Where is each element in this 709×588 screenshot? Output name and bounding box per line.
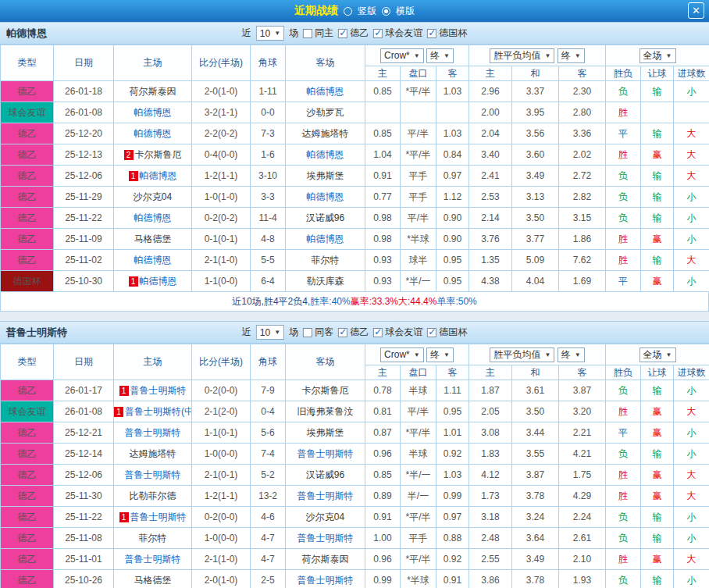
result-wdl: 胜 [606, 229, 641, 250]
mean-odds-draw: 3.55 [512, 444, 559, 465]
away-team-name[interactable]: 卡尔斯鲁厄 [302, 385, 349, 396]
away-team-name[interactable]: 沙勒罗瓦 [307, 107, 344, 118]
home-team-name[interactable]: 帕德博恩 [134, 128, 172, 139]
home-team-name[interactable]: 马格德堡 [134, 575, 172, 586]
away-team-name[interactable]: 荷尔斯泰因 [302, 554, 349, 565]
odds-company-select[interactable]: Crow*▼ [380, 48, 424, 63]
corner-count: 0-0 [251, 102, 286, 123]
away-team-name[interactable]: 沙尔克04 [306, 511, 344, 522]
league-checkbox-friendly[interactable]: 球会友谊 [373, 27, 422, 40]
scope-select[interactable]: 全场▼ [640, 48, 676, 63]
checkbox-label: 德乙 [350, 27, 369, 40]
away-team-name[interactable]: 埃弗斯堡 [307, 170, 344, 181]
league-checkbox-cup[interactable]: 德国杯 [427, 326, 467, 339]
away-team-cell: 旧海弗莱鲁汶 [286, 401, 365, 422]
mean-odds-select[interactable]: 胜平负均值▼ [490, 48, 554, 63]
home-team-name[interactable]: 普鲁士明斯特 [125, 469, 181, 480]
home-team-name[interactable]: 帕德博恩 [134, 107, 172, 118]
away-team-cell: 埃弗斯堡 [286, 166, 365, 187]
league-checkbox-de2[interactable]: 德乙 [338, 326, 369, 339]
league-type-badge: 德乙 [1, 444, 54, 465]
away-team-name[interactable]: 帕德博恩 [307, 86, 344, 97]
handicap-odds-away: 0.92 [436, 549, 469, 570]
away-team-cell: 达姆施塔特 [286, 123, 365, 144]
horizontal-layout-radio[interactable] [382, 7, 390, 16]
league-checkbox-cup[interactable]: 德国杯 [427, 27, 467, 40]
home-team-name[interactable]: 普鲁士明斯特(中) [125, 406, 192, 417]
home-team-cell: 帕德博恩 [114, 102, 192, 123]
away-team-name[interactable]: 埃弗斯堡 [307, 427, 344, 438]
home-team-name[interactable]: 比勒菲尔德 [130, 490, 176, 501]
match-date: 26-01-17 [54, 380, 114, 401]
vertical-layout-radio[interactable] [344, 7, 352, 16]
mean-odds-select[interactable]: 胜平负均值▼ [490, 347, 554, 362]
away-team-name[interactable]: 普鲁士明斯特 [297, 490, 354, 501]
mean-odds-away: 1.69 [559, 271, 606, 292]
match-score: 0-2(0-2) [192, 208, 251, 229]
home-team-name[interactable]: 帕德博恩 [140, 170, 177, 181]
select-value: Crow* [384, 349, 410, 360]
horizontal-layout-label[interactable]: 横版 [396, 5, 415, 18]
summary-stat: 胜率:40% [310, 295, 350, 308]
away-team-name[interactable]: 普鲁士明斯特 [297, 575, 354, 586]
away-team-name[interactable]: 帕德博恩 [307, 191, 344, 202]
home-team-name[interactable]: 帕德博恩 [140, 276, 177, 287]
league-checkbox-friendly[interactable]: 球会友谊 [373, 326, 422, 339]
home-team-name[interactable]: 普鲁士明斯特 [130, 385, 187, 396]
match-date: 25-11-22 [54, 208, 114, 229]
home-team-name[interactable]: 沙尔克04 [134, 191, 172, 202]
home-team-name[interactable]: 帕德博恩 [134, 255, 172, 265]
home-team-name[interactable]: 菲尔特 [139, 533, 167, 543]
home-team-name[interactable]: 普鲁士明斯特 [125, 427, 181, 438]
result-wdl: 负 [606, 166, 641, 187]
match-date: 26-01-08 [54, 401, 114, 422]
away-team-name[interactable]: 普鲁士明斯特 [297, 448, 354, 459]
mean-time-select[interactable]: 终▼ [558, 48, 585, 63]
home-team-name[interactable]: 马格德堡 [134, 233, 172, 244]
mean-odds-draw: 3.95 [512, 102, 559, 123]
match-score: 1-1(0-1) [192, 422, 251, 444]
corner-count: 7-4 [251, 444, 286, 465]
away-team-name[interactable]: 汉诺威96 [306, 212, 344, 223]
handicap-line: 平手 [401, 187, 436, 208]
away-team-name[interactable]: 普鲁士明斯特 [297, 533, 354, 543]
home-team-name[interactable]: 普鲁士明斯特 [125, 554, 181, 565]
away-team-name[interactable]: 勒沃库森 [307, 276, 344, 287]
away-team-name[interactable]: 汉诺威96 [306, 469, 344, 480]
away-team-name[interactable]: 帕德博恩 [307, 233, 344, 244]
vertical-layout-label[interactable]: 竖版 [358, 5, 376, 18]
home-team-cell: 荷尔斯泰因 [114, 81, 192, 102]
away-team-name[interactable]: 帕德博恩 [307, 149, 344, 160]
same-venue-checkbox[interactable]: 同主 [303, 27, 333, 40]
mean-odds-draw: 3.13 [512, 187, 559, 208]
col-goals: 进球数 [674, 66, 709, 81]
odds-time-select[interactable]: 终▼ [426, 347, 454, 362]
scope-select[interactable]: 全场▼ [640, 347, 676, 362]
mean-time-select[interactable]: 终▼ [558, 347, 585, 362]
home-team-name[interactable]: 达姆施塔特 [130, 448, 176, 459]
home-team-name[interactable]: 荷尔斯泰因 [130, 86, 176, 97]
away-team-name[interactable]: 旧海弗莱鲁汶 [297, 406, 354, 417]
match-row: 德乙25-11-02帕德博恩2-1(1-0)5-5菲尔特0.93球半0.951.… [1, 250, 709, 271]
corner-count: 3-3 [251, 187, 286, 208]
away-team-name[interactable]: 菲尔特 [312, 255, 340, 265]
col-result: 胜负 [606, 365, 641, 380]
mean-odds-away: 1.93 [559, 570, 606, 588]
odds-time-select[interactable]: 终▼ [426, 48, 454, 63]
match-count-select[interactable]: 10▼ [256, 325, 284, 340]
close-icon[interactable]: ✕ [688, 2, 704, 19]
home-team-name[interactable]: 帕德博恩 [134, 212, 172, 223]
league-type-badge: 德乙 [1, 486, 54, 507]
handicap-line: 半/一 [401, 486, 436, 507]
match-count-select[interactable]: 10▼ [256, 26, 284, 41]
away-team-name[interactable]: 达姆施塔特 [302, 128, 349, 139]
same-venue-checkbox[interactable]: 同客 [303, 326, 333, 339]
checkbox-icon [303, 328, 312, 337]
home-team-name[interactable]: 普鲁士明斯特 [130, 511, 187, 522]
corner-count: 5-6 [251, 422, 286, 444]
odds-company-select[interactable]: Crow*▼ [380, 347, 424, 362]
home-team-name[interactable]: 卡尔斯鲁厄 [135, 149, 182, 160]
league-checkbox-de2[interactable]: 德乙 [338, 27, 369, 40]
select-value: 胜平负均值 [493, 348, 540, 362]
chevron-down-icon: ▼ [274, 329, 280, 336]
